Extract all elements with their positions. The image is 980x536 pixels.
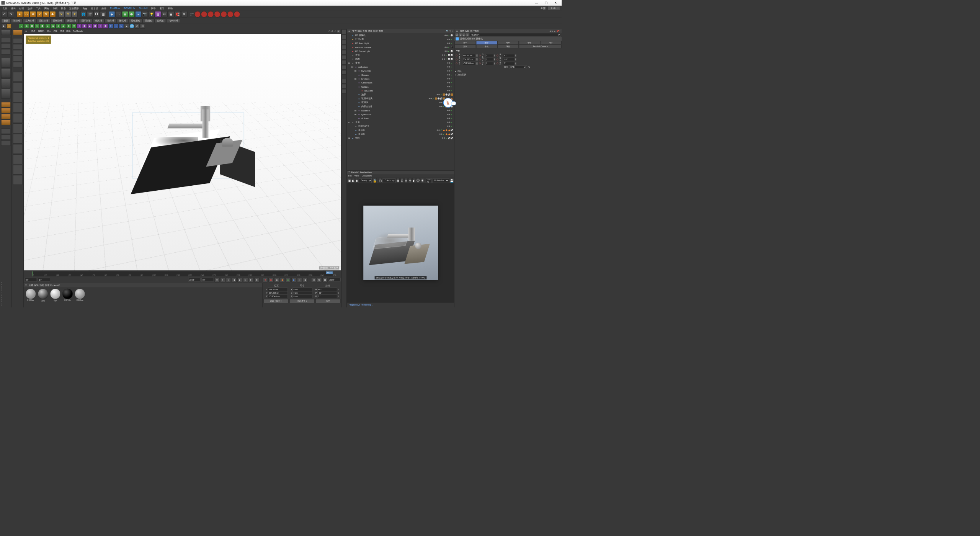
menu-help[interactable]: 帮助 bbox=[167, 6, 174, 10]
rv-ipr-button[interactable]: ▶ bbox=[352, 178, 354, 183]
menu-select[interactable]: 选择 bbox=[26, 6, 34, 10]
object-tree-item[interactable]: ● Utilities ✓ bbox=[347, 85, 454, 88]
timeline-end-field[interactable] bbox=[328, 278, 341, 282]
vp-menu-display[interactable]: 显示 bbox=[47, 29, 51, 33]
attr-group-frozen[interactable]: 冻结变换 bbox=[454, 73, 562, 77]
rv-menu-customize[interactable]: Customize bbox=[362, 175, 372, 177]
render-pv-button[interactable]: ▦ bbox=[100, 11, 106, 17]
rstrip-11[interactable] bbox=[342, 84, 346, 88]
object-tags[interactable]: ✓ bbox=[447, 90, 453, 92]
vp-menu-view[interactable]: 查看 bbox=[31, 29, 35, 33]
tool-b6[interactable] bbox=[13, 124, 23, 133]
coord-system-button[interactable]: 🌐 bbox=[80, 11, 87, 17]
rstrip-7[interactable] bbox=[342, 60, 346, 64]
timeline-startframe-field[interactable] bbox=[38, 278, 50, 282]
rstrip-8[interactable] bbox=[342, 65, 346, 69]
attr-tab-spherical[interactable]: 球面 bbox=[498, 45, 519, 48]
workplane-button[interactable]: ⊞ bbox=[181, 11, 187, 17]
rstrip-2[interactable] bbox=[342, 35, 346, 39]
primitive-button[interactable]: ◆ bbox=[109, 11, 115, 17]
key-rot-toggle[interactable]: ◆ bbox=[291, 278, 296, 283]
tool-b2[interactable] bbox=[13, 82, 23, 92]
rv-color-button[interactable]: ◐ bbox=[412, 178, 415, 183]
rstrip-6[interactable] bbox=[342, 55, 346, 59]
object-tags[interactable]: ✓ bbox=[447, 121, 453, 123]
left-misc-1[interactable] bbox=[1, 129, 11, 134]
attr-input[interactable] bbox=[462, 62, 475, 65]
object-tree-item[interactable]: ● RS Area Light ✓ bbox=[347, 41, 454, 45]
rv-save-button[interactable]: 💾 bbox=[450, 178, 454, 183]
gen-12[interactable]: ✿ bbox=[66, 24, 71, 29]
generator-button[interactable]: ◉ bbox=[122, 11, 128, 17]
object-tags[interactable]: ✓ bbox=[447, 74, 453, 76]
rv-grid-button[interactable]: ⊞ bbox=[400, 178, 403, 183]
rv-snap-button[interactable]: ▦ bbox=[396, 178, 400, 183]
object-tags[interactable]: ✓ bbox=[447, 113, 453, 116]
om-tab-view[interactable]: 查看 bbox=[363, 29, 367, 33]
rec-1[interactable] bbox=[194, 11, 201, 17]
object-tags[interactable]: ✓ bbox=[447, 109, 453, 111]
rstrip-4[interactable] bbox=[342, 45, 346, 49]
tab-formula-field[interactable]: 公式域 bbox=[155, 18, 166, 23]
object-mode-button[interactable] bbox=[1, 58, 11, 67]
camera-button[interactable]: 📷 bbox=[142, 11, 148, 17]
maximize-button[interactable]: ▢ bbox=[542, 0, 551, 5]
close-button[interactable]: ✕ bbox=[551, 0, 560, 5]
left-misc-3[interactable] bbox=[1, 141, 11, 146]
rstrip-9[interactable] bbox=[342, 70, 346, 74]
material-item[interactable]: RS Mate bbox=[25, 289, 36, 302]
menu-insydium[interactable]: INSYDIUM bbox=[122, 7, 137, 10]
tool-a4[interactable] bbox=[13, 56, 23, 61]
play-back-button[interactable]: ◀ bbox=[232, 278, 237, 283]
om-search-icon[interactable]: 🔍 bbox=[446, 30, 449, 32]
om-tab-object[interactable]: 对象 bbox=[368, 29, 372, 33]
tl-opt-2[interactable]: ⚙ bbox=[317, 278, 322, 283]
object-tree-item[interactable]: ⊞ ● Emitters ✓ bbox=[347, 77, 454, 81]
object-tags[interactable]: ✓ bbox=[442, 54, 453, 56]
object-tags[interactable]: ✓ bbox=[447, 82, 453, 84]
tool-b9[interactable] bbox=[13, 155, 23, 164]
layout-dropdown[interactable]: 启动 ▾ bbox=[548, 6, 560, 10]
tool-a2[interactable] bbox=[13, 44, 23, 49]
material-item[interactable]: 背景 bbox=[50, 289, 61, 302]
assistant-avatar[interactable]: 🦌 bbox=[443, 98, 453, 108]
attr-hist-up[interactable]: ▲ bbox=[462, 33, 466, 36]
attr-input[interactable] bbox=[485, 58, 493, 61]
field-button[interactable]: ▦ bbox=[155, 11, 161, 17]
menu-window[interactable]: 窗口 bbox=[158, 6, 165, 10]
select-rect-button[interactable]: ▭ bbox=[23, 11, 29, 17]
tool-b4[interactable] bbox=[13, 103, 23, 113]
coord-size-dropdown[interactable]: 绝对尺寸 ▾ bbox=[289, 299, 315, 303]
gen-4[interactable]: ◐ bbox=[24, 24, 29, 29]
play-button[interactable]: ▶ bbox=[237, 278, 242, 283]
object-tree-item[interactable]: ● 混泥水龙头 ✓ bbox=[347, 124, 454, 128]
vp-menu-filter[interactable]: 过滤 bbox=[60, 29, 64, 33]
coord-apply-button[interactable]: 应用 bbox=[315, 299, 341, 303]
coord-input[interactable] bbox=[317, 295, 337, 298]
menu-character[interactable]: 角色 bbox=[81, 6, 88, 10]
object-tree[interactable]: ● RS 摄像机 ✓ ● 灯光目标 ✓ ● RS Area Light ✓ ● … bbox=[347, 33, 454, 170]
tab-sphere-field[interactable]: 球体域 bbox=[11, 18, 23, 23]
rv-info-button[interactable]: ⓘ bbox=[416, 178, 420, 183]
vp-nav-icon[interactable]: ⟲ bbox=[328, 29, 330, 33]
render-viewport[interactable]: 微信公众号: 野鹿志 微博: 野鹿志 作者: 马鹿野郎 (0.16s) bbox=[347, 183, 454, 302]
attr-tab-coord[interactable]: 坐标 bbox=[476, 41, 497, 44]
timeline-ruler[interactable]: 250 F 0102030405060708090100110120130140… bbox=[33, 271, 333, 276]
om-menu-icon[interactable]: ▾ bbox=[452, 30, 453, 32]
material-list[interactable]: RS Mate 金属 背景 RS Volu RS Mate bbox=[24, 287, 263, 307]
object-tags[interactable]: ✓ bbox=[444, 50, 453, 52]
menu-edit[interactable]: 编辑 bbox=[10, 6, 17, 10]
tl-opt-3[interactable]: ▦ bbox=[323, 278, 328, 283]
object-tree-item[interactable]: ● Redshift Volume ✓ bbox=[347, 45, 454, 49]
gen-1[interactable]: ◆ bbox=[1, 24, 6, 29]
attr-hist-fwd[interactable]: ▶ bbox=[459, 33, 462, 36]
object-tags[interactable]: ✓ bbox=[447, 38, 453, 41]
object-tags[interactable]: ✓ bbox=[447, 78, 453, 80]
tab-capsule-field[interactable]: 胶囊体域 bbox=[65, 18, 79, 23]
menu-mograph[interactable]: 运动图形 bbox=[68, 6, 80, 10]
mat-tab-texture[interactable]: 纹理 bbox=[45, 284, 49, 287]
quantize-button[interactable] bbox=[1, 120, 11, 125]
vp-nav-icon[interactable]: ⤢ bbox=[334, 29, 336, 33]
om-tab-tags[interactable]: 标签 bbox=[373, 29, 377, 33]
gen-10[interactable]: ⊕ bbox=[56, 24, 61, 29]
